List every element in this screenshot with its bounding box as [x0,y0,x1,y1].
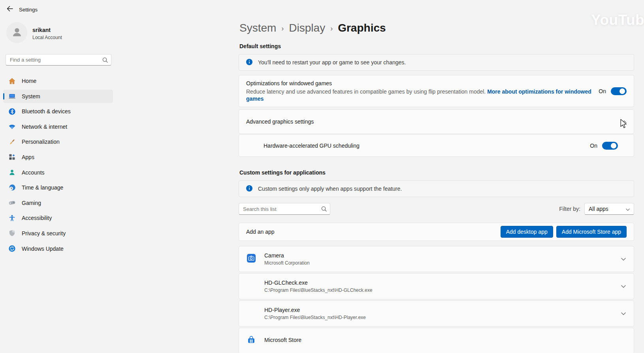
time-language-icon [8,184,16,192]
gaming-icon [8,199,16,207]
camera-app-icon [247,254,256,264]
app-row-hd-player[interactable]: HD-Player.exe C:\Program Files\BlueStack… [239,300,634,327]
system-icon [8,92,16,100]
advanced-graphics-settings-expander[interactable]: Advanced graphics settings [239,109,634,134]
app-title: Settings [19,7,38,13]
setting-description: Reduce latency and use advanced features… [246,88,486,95]
person-icon [11,26,23,40]
custom-settings-heading: Custom settings for applications [239,169,326,176]
toggle-state-label: On [590,143,597,149]
avatar[interactable] [6,22,27,43]
setting-title: Hardware-accelerated GPU scheduling [264,143,360,149]
infobar-text: Custom settings only apply when apps sup… [258,186,402,192]
store-app-icon [247,336,256,346]
expander-title: Advanced graphics settings [246,118,314,125]
sidebar-item-home[interactable]: Home [3,74,113,88]
app-name: Camera [264,252,310,259]
back-arrow-icon [7,6,13,13]
sidebar-item-label: Accounts [22,169,45,176]
chevron-down-icon[interactable] [621,258,626,261]
sidebar-item-system[interactable]: System [3,90,113,103]
sidebar-item-label: Time & language [22,184,63,191]
app-detail: Microsoft Corporation [264,260,310,266]
filter-dropdown[interactable]: All apps [584,203,634,215]
back-button[interactable] [4,4,16,15]
search-list-input[interactable] [239,203,330,215]
setting-title: Optimizations for windowed games [246,80,599,86]
breadcrumb-display[interactable]: Display [289,22,325,34]
sidebar-item-label: Apps [22,154,34,160]
sidebar-item-windows-update[interactable]: Windows Update [3,242,113,255]
settings-window: Settings srikant Local Account Home Syst… [0,0,644,353]
restart-infobar: You'll need to restart your app or game … [239,54,634,71]
app-name: Microsoft Store [264,337,301,343]
sidebar-item-privacy-security[interactable]: Privacy & security [3,227,113,240]
gpu-scheduling-row: Hardware-accelerated GPU scheduling On [239,134,634,157]
home-icon [8,77,16,85]
sidebar-item-gaming[interactable]: Gaming [3,196,113,210]
chevron-down-icon[interactable] [621,312,626,315]
add-store-app-button[interactable]: Add Microsoft Store app [556,226,627,238]
infobar-text: You'll need to restart your app or game … [258,59,406,66]
sidebar-item-personalization[interactable]: Personalization [3,135,113,148]
app-detail: C:\Program Files\BlueStacks_nxt\HD-Playe… [264,315,366,320]
personalization-icon [8,138,16,146]
page-title: Graphics [338,22,386,34]
app-row-hd-glcheck[interactable]: HD-GLCheck.exe C:\Program Files\BlueStac… [239,273,634,299]
accessibility-icon [8,214,16,222]
search-icon [102,57,108,64]
add-desktop-app-button[interactable]: Add desktop app [501,226,553,238]
sidebar-item-label: Network & internet [22,124,67,130]
apps-icon [8,153,16,161]
app-detail: C:\Program Files\BlueStacks_nxt\HD-GLChe… [264,287,372,293]
search-icon [321,206,327,213]
optimizations-windowed-games-card: Optimizations for windowed games Reduce … [239,75,634,107]
chevron-down-icon [626,206,630,212]
network-icon [8,123,16,130]
find-setting-input[interactable] [6,54,111,66]
app-name: HD-Player.exe [264,307,366,313]
toggle-knob [611,143,616,148]
accounts-icon [8,169,16,176]
app-row-camera[interactable]: Camera Microsoft Corporation [239,246,634,272]
user-name: srikant [32,27,51,33]
sidebar-item-network-internet[interactable]: Network & internet [3,120,113,133]
default-settings-heading: Default settings [239,43,281,49]
sidebar-item-label: Personalization [22,139,60,145]
add-app-card: Add an app Add desktop app Add Microsoft… [239,223,634,241]
chevron-up-icon[interactable] [622,120,627,123]
breadcrumb: System › Display › Graphics [239,20,386,36]
add-app-label: Add an app [246,229,275,235]
youtube-watermark: YouTube [591,12,644,28]
sidebar-nav: Home System Bluetooth & devices Network … [3,74,113,255]
sidebar-item-apps[interactable]: Apps [3,150,113,164]
sidebar-item-accessibility[interactable]: Accessibility [3,211,113,225]
sidebar-item-label: Windows Update [22,246,64,252]
filter-by-label: Filter by: [559,206,580,212]
sidebar-item-label: Home [22,78,36,84]
filter-selected-value: All apps [589,206,608,212]
toggle-knob [620,88,625,94]
windows-update-icon [8,245,16,252]
app-name: HD-GLCheck.exe [264,280,372,286]
sidebar-item-bluetooth-devices[interactable]: Bluetooth & devices [3,105,113,118]
toggle-state-label: On [599,88,606,94]
info-icon [246,59,252,66]
info-icon [246,185,252,193]
gpu-scheduling-toggle[interactable] [602,142,618,150]
app-row-microsoft-store[interactable]: Microsoft Store [239,328,634,353]
custom-settings-infobar: Custom settings only apply when apps sup… [239,180,634,197]
optimizations-windowed-games-toggle[interactable] [611,87,627,95]
sidebar-item-label: Bluetooth & devices [22,108,71,115]
breadcrumb-system[interactable]: System [239,22,276,34]
breadcrumb-separator: › [281,23,284,33]
sidebar-item-label: System [22,93,40,100]
sidebar-item-accounts[interactable]: Accounts [3,166,113,179]
bluetooth-icon [8,108,16,115]
user-account-type: Local Account [32,35,62,40]
privacy-icon [8,229,16,237]
sidebar-item-time-language[interactable]: Time & language [3,181,113,194]
chevron-down-icon[interactable] [621,285,626,288]
breadcrumb-separator: › [330,23,333,33]
sidebar-item-label: Privacy & security [22,230,66,237]
